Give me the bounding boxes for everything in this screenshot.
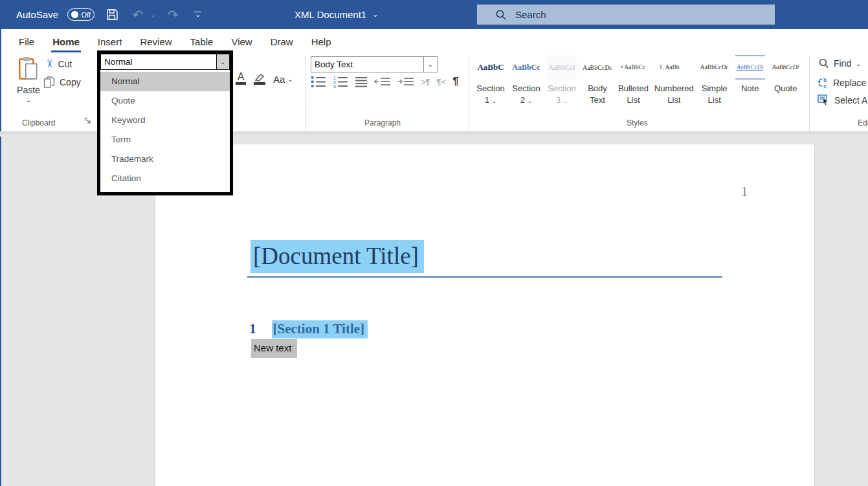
toggle-knob-icon: [71, 11, 78, 18]
section-title-selected[interactable]: [Section 1 Title]: [272, 320, 368, 338]
redo-button[interactable]: ↷: [164, 6, 181, 23]
style-label: List: [667, 95, 680, 105]
cut-button[interactable]: ✂ Cut: [45, 58, 72, 70]
svg-text:c: c: [823, 83, 827, 89]
increase-indent-button increase-indent-icon[interactable]: [397, 76, 414, 87]
find-button[interactable]: Find ⌄: [819, 58, 862, 69]
select-all-button[interactable]: Select A: [818, 94, 867, 105]
style-section3-disabled: AaBbCcI Section3 ⌄: [547, 55, 577, 106]
title-underline-rule: [247, 276, 722, 278]
style-simple-list[interactable]: AaBbCcDc SimpleList: [700, 55, 729, 106]
search-icon: [495, 9, 507, 21]
style-label: 3: [556, 95, 561, 105]
ltr-paragraph-button ltr-icon[interactable]: >¶: [421, 77, 430, 87]
svg-text:1: 1: [333, 76, 336, 80]
replace-button[interactable]: b c Replace: [818, 76, 866, 89]
tab-review[interactable]: Review: [131, 31, 181, 51]
style-preview: AaBbCcI: [547, 55, 577, 80]
autosave-toggle[interactable]: Off: [67, 8, 95, 21]
autosave-state: Off: [82, 11, 91, 19]
document-title-selected[interactable]: [Document Title]: [250, 240, 424, 273]
style-combobox[interactable]: Normal ⌄: [100, 54, 230, 70]
new-text-field[interactable]: New text: [251, 339, 297, 358]
section-number: 1: [249, 321, 256, 337]
font-color-button[interactable]: A: [236, 72, 246, 85]
style-label: Section: [512, 83, 540, 93]
text-highlight-button[interactable]: [254, 73, 265, 85]
tab-file[interactable]: File: [10, 31, 43, 51]
paste-button[interactable]: Paste ⌄: [14, 56, 43, 104]
title-chevron-down-icon: ⌄: [372, 10, 378, 19]
font-color-label: A: [238, 72, 245, 82]
undo-dropdown-chevron-icon[interactable]: ⌄: [150, 11, 155, 18]
style-preview: AaBbC: [476, 55, 506, 80]
paragraph-group: 1 2 3 >¶ ¶< ¶: [311, 75, 459, 88]
decrease-indent-button decrease-indent-icon[interactable]: [374, 76, 391, 87]
tab-view[interactable]: View: [222, 31, 261, 51]
document-page[interactable]: 1 [Document Title] 1 [Section 1 Title] N…: [155, 144, 814, 486]
copy-label: Copy: [60, 77, 81, 87]
cut-icon: ✂: [43, 60, 56, 68]
tab-help[interactable]: Help: [302, 31, 340, 51]
combobox-chevron-icon[interactable]: ⌄: [216, 54, 229, 69]
dropdown-option-quote[interactable]: Quote: [100, 91, 230, 111]
style-numbered-list[interactable]: 1. AaBb NumberedList: [654, 55, 694, 106]
dropdown-option-citation[interactable]: Citation: [100, 169, 230, 188]
window-title[interactable]: XML Document1 ⌄: [295, 0, 378, 29]
dropdown-option-term[interactable]: Term: [100, 130, 230, 149]
redo-icon: ↷: [168, 8, 179, 21]
dropdown-option-normal[interactable]: Normal: [100, 72, 230, 91]
style-quote[interactable]: AaBbCcDi Quote: [771, 55, 801, 106]
bullets-button bullets-icon[interactable]: [311, 75, 326, 88]
style-section2[interactable]: AaBbCc Section2 ⌄: [511, 55, 541, 106]
find-icon: [819, 58, 829, 69]
search-input[interactable]: Search: [477, 5, 775, 25]
paste-icon: [18, 56, 39, 81]
tab-insert[interactable]: Insert: [89, 31, 131, 51]
font-color-swatch: [236, 82, 246, 85]
numbering-button numbering-icon[interactable]: 1 2 3: [333, 75, 348, 88]
tab-draw[interactable]: Draw: [262, 31, 302, 51]
clipboard-dialog-launcher-button[interactable]: [84, 115, 91, 127]
tab-home[interactable]: Home: [43, 31, 89, 51]
style-preview: AaBbCcDc: [700, 55, 729, 80]
combobox-chevron-icon[interactable]: ⌄: [423, 57, 437, 72]
save-button[interactable]: [104, 6, 120, 23]
dropdown-option-keyword[interactable]: Keyword: [100, 111, 230, 130]
section-heading[interactable]: 1 [Section 1 Title]: [249, 320, 368, 338]
customize-quick-access-toolbar-button[interactable]: ⌄: [194, 12, 201, 17]
style-body-text[interactable]: AaBbCcDc BodyText: [583, 55, 612, 106]
dialog-launcher-icon: [84, 117, 91, 124]
style-label: Section: [476, 83, 504, 93]
show-formatting-marks-button pilcrow-icon[interactable]: ¶: [452, 75, 458, 88]
style-dropdown-annotated: Normal ⌄ Normal Quote Keyword Term Trade…: [97, 50, 233, 195]
style-label: Numbered: [654, 83, 694, 93]
editing-group-label: Edi: [858, 118, 868, 127]
style-dropdown-list: Normal Quote Keyword Term Trademark Cita…: [100, 70, 230, 192]
style-label: Text: [590, 95, 605, 105]
justify-button justify-icon[interactable]: [355, 76, 368, 87]
style-section1[interactable]: AaBbC Section1 ⌄: [476, 55, 506, 106]
paste-dropdown-chevron-icon[interactable]: ⌄: [14, 96, 43, 104]
replace-icon: b c: [818, 76, 829, 89]
chevron-down-icon: ⌄: [563, 98, 568, 104]
copy-button[interactable]: Copy: [43, 76, 81, 89]
style-bulleted-list[interactable]: • AaBbCc BulletedList: [618, 55, 649, 106]
chevron-down-icon[interactable]: ⌄: [492, 98, 497, 104]
tab-table[interactable]: Table: [181, 31, 223, 51]
style-label: List: [627, 95, 640, 105]
style-label: 2: [520, 95, 525, 105]
style-note[interactable]: AaBbCcDi Note: [735, 55, 765, 106]
paragraph-style-combobox[interactable]: Body Text ⌄: [311, 56, 438, 72]
styles-group-label: Styles: [627, 118, 648, 127]
dropdown-option-trademark[interactable]: Trademark: [100, 149, 230, 169]
style-label: List: [708, 95, 721, 105]
select-icon cursor-arrow-icon: [818, 94, 830, 105]
style-label: Bulleted: [618, 83, 649, 93]
highlighter-icon: [254, 73, 265, 82]
chevron-down-icon[interactable]: ⌄: [528, 98, 533, 104]
rtl-paragraph-button rtl-icon[interactable]: ¶<: [437, 77, 447, 87]
change-case-button[interactable]: Aa ⌄: [273, 74, 293, 85]
search-placeholder: Search: [515, 9, 546, 20]
undo-button[interactable]: ↶: [129, 6, 146, 23]
